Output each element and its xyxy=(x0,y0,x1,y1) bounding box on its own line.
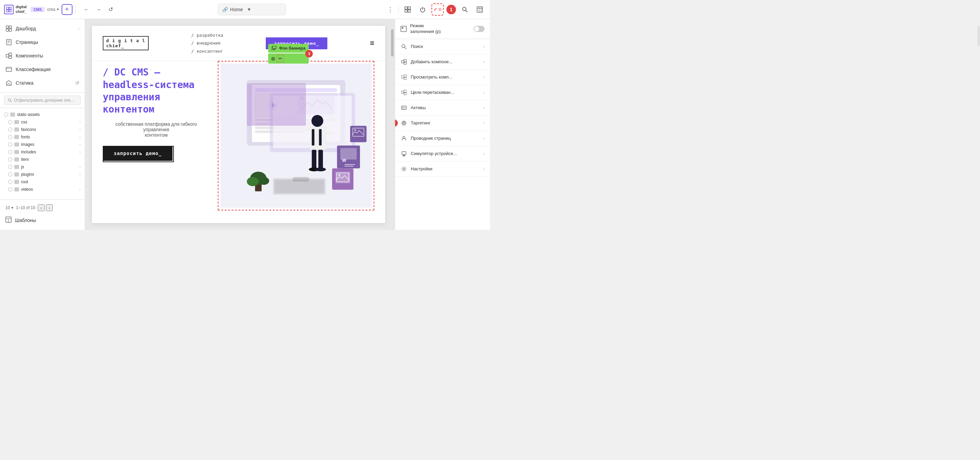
panel-item-drag-targets[interactable]: Цели перетаскиван... › xyxy=(395,85,490,100)
svg-rect-58 xyxy=(312,129,314,146)
tree-item-fonts[interactable]: fonts › xyxy=(0,133,85,141)
banner-edit-icon[interactable]: ✏ xyxy=(277,55,284,62)
svg-point-65 xyxy=(315,168,326,172)
tree-item-item[interactable]: item xyxy=(0,156,85,163)
site-logo: d i g i t a lchief_ xyxy=(103,36,149,50)
hero-title: / DC CMS –headless-системауправленияконт… xyxy=(103,66,210,116)
canvas-scrollbar[interactable] xyxy=(390,19,395,230)
device-sim-arrow: › xyxy=(483,151,485,156)
tree-item-label: root xyxy=(21,179,28,184)
panel-item-page-explorer[interactable]: Проводник страниц › xyxy=(395,131,490,146)
sidebar-item-classification[interactable]: Классификация xyxy=(0,63,85,76)
svg-rect-19 xyxy=(6,29,8,31)
tagline-1: / разработка xyxy=(191,31,223,39)
pages-icon xyxy=(5,39,12,46)
svg-rect-13 xyxy=(477,7,482,12)
panel-item-targeting[interactable]: Таргетинг › 2 xyxy=(395,116,490,131)
forward-button[interactable]: → xyxy=(93,4,104,15)
svg-line-35 xyxy=(11,101,12,102)
search-panel-label: Поиск xyxy=(411,44,480,49)
more-button[interactable]: ⋮ xyxy=(385,4,396,15)
table-button[interactable] xyxy=(474,3,486,16)
settings-label: Настройки xyxy=(411,166,480,171)
canvas: d i g i t a lchief_ / разработка / внедр… xyxy=(85,19,395,230)
targeting-label: Таргетинг xyxy=(411,121,480,125)
targeting-arrow: › xyxy=(483,121,485,125)
banner-close-icon[interactable]: ⊗ xyxy=(271,56,275,62)
svg-rect-95 xyxy=(404,75,406,77)
tree-item-label: plugins xyxy=(21,172,34,177)
breadcrumb-chevron[interactable]: ▾ xyxy=(245,5,253,14)
tree-item-images[interactable]: images › xyxy=(0,141,85,148)
cms-dropdown[interactable]: cms ▾ xyxy=(47,7,59,12)
settings-arrow: › xyxy=(483,167,485,171)
view-component-arrow: › xyxy=(483,75,485,79)
tree-root[interactable]: static-assets xyxy=(0,111,85,118)
sidebar-item-components[interactable]: Компоненты xyxy=(0,49,85,63)
add-button[interactable]: + xyxy=(62,4,73,15)
components-label: Компоненты xyxy=(16,53,79,59)
hero-cta-button[interactable]: запросить демо_ xyxy=(103,146,172,161)
next-page-button[interactable]: › xyxy=(46,204,53,211)
banner-tag[interactable]: Фон баннера xyxy=(268,44,309,53)
dashboard-icon xyxy=(5,25,12,32)
pencil-menu-area[interactable] xyxy=(431,3,444,16)
svg-rect-28 xyxy=(6,67,11,71)
hamburger-icon[interactable]: ≡ xyxy=(370,39,374,48)
folder-icon xyxy=(14,143,19,146)
svg-point-74 xyxy=(338,174,340,176)
sidebar-item-templates[interactable]: Шаблоны xyxy=(0,213,85,227)
folder-icon xyxy=(14,165,19,169)
tree-item-root[interactable]: root xyxy=(0,178,85,186)
sidebar-item-statics[interactable]: Статика ↺ xyxy=(0,76,85,90)
breadcrumb-text: Home xyxy=(230,7,243,12)
badge-2: 2 xyxy=(395,119,398,127)
refresh-button[interactable]: ↺ xyxy=(105,4,116,15)
fill-mode-toggle[interactable] xyxy=(474,26,485,32)
tree-arrow: › xyxy=(79,120,81,124)
tagline-3: / консалтинг xyxy=(191,47,223,55)
tree-item-js[interactable]: js › xyxy=(0,163,85,171)
svg-line-90 xyxy=(404,47,406,49)
panel-item-settings[interactable]: Настройки › xyxy=(395,162,490,177)
hero-right: Фон баннера ⊗ ✏ 3 xyxy=(218,61,374,211)
drag-targets-icon xyxy=(401,89,407,96)
sidebar-item-dashboard[interactable]: Дашборд › xyxy=(0,22,85,35)
tree-item-plugins[interactable]: plugins › xyxy=(0,171,85,178)
divider-1 xyxy=(75,5,76,14)
svg-line-12 xyxy=(466,10,468,12)
panel-item-device-sim[interactable]: Симулятор устройсе... › xyxy=(395,146,490,162)
prev-page-button[interactable]: ‹ xyxy=(38,204,45,211)
panel-item-add-component[interactable]: Добавить компоне... › xyxy=(395,54,490,70)
tree-item-includes[interactable]: includes › xyxy=(0,148,85,156)
breadcrumb-input[interactable]: 🔗 Home ▾ xyxy=(218,4,286,15)
statics-refresh-icon[interactable]: ↺ xyxy=(75,80,79,86)
tree-radio xyxy=(4,113,8,117)
tree-root-label: static-assets xyxy=(17,112,40,117)
tree-folder-icon xyxy=(10,113,15,117)
tree-item-videos[interactable]: videos › xyxy=(0,186,85,193)
panel-item-view-component[interactable]: Просмотреть комп... › xyxy=(395,70,490,85)
panel-item-assets[interactable]: Активы › xyxy=(395,100,490,116)
sidebar-item-pages[interactable]: Страницы xyxy=(0,35,85,49)
nav-buttons: ← → ↺ xyxy=(81,4,116,15)
search-button[interactable] xyxy=(459,3,471,16)
tree-item-favicons[interactable]: favicons › xyxy=(0,126,85,133)
divider-2 xyxy=(398,5,399,14)
statics-icon xyxy=(5,79,12,86)
search-field[interactable]: Отфильтровать дочерние эле... xyxy=(4,95,81,105)
svg-rect-1 xyxy=(9,7,11,9)
power-button[interactable] xyxy=(417,3,429,16)
page-size[interactable]: 10 ▾ xyxy=(5,205,13,210)
pagination-row: 10 ▾ 1–10 of 10 ‹ › xyxy=(0,202,85,213)
svg-rect-20 xyxy=(9,29,11,31)
tree-item-css[interactable]: css › xyxy=(0,118,85,126)
tree-radio xyxy=(8,150,12,154)
folder-icon xyxy=(14,150,19,154)
panel-item-search[interactable]: Поиск › xyxy=(395,39,490,54)
svg-point-106 xyxy=(403,136,405,138)
grid-view-button[interactable] xyxy=(401,3,414,16)
svg-rect-94 xyxy=(401,76,404,78)
tree-arrow: › xyxy=(79,143,81,146)
back-button[interactable]: ← xyxy=(81,4,92,15)
